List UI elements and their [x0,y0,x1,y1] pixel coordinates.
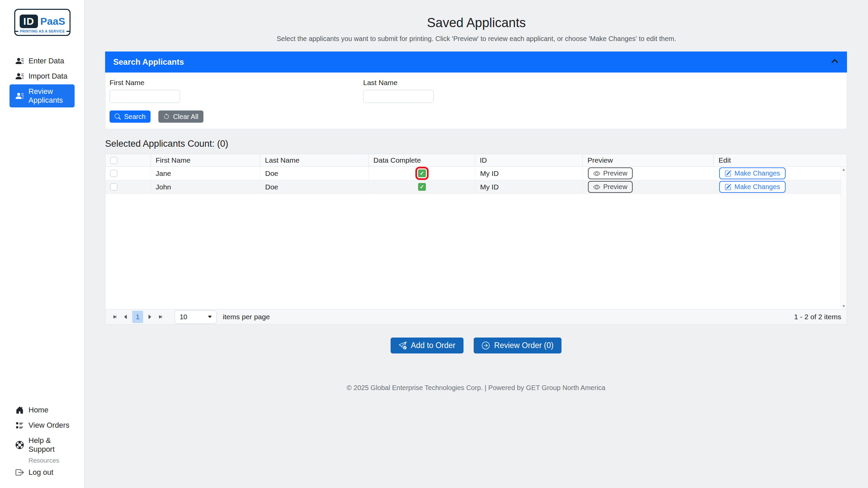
sidebar-item-label: Log out [28,468,53,477]
sidebar-item-label: View Orders [28,421,70,430]
sidebar-item-label: Help & Support [28,436,75,454]
sidebar-item-home[interactable]: Home [9,403,75,417]
eye-icon [593,184,600,190]
first-page-button[interactable] [110,311,120,323]
last-name-input[interactable] [363,90,434,103]
preview-button[interactable]: Preview [588,167,633,179]
copyright-footer: © 2025 Global Enterprise Technologies Co… [105,384,847,392]
person-lines-icon [16,92,24,100]
sidebar-item-help-support[interactable]: Help & Support [9,433,75,456]
table-body: Jane Doe ✓ My ID Preview Make Changes [105,167,847,309]
logo-tagline: PRINTING AS A SERVICE [14,29,71,33]
arrow-right-circle-icon [482,342,490,349]
last-page-icon [158,314,163,320]
search-panel-header[interactable]: Search Applicants [105,52,847,73]
data-complete-check-icon: ✓ [418,169,426,177]
pagination-bar: 1 10 items per page 1 - 2 of 2 items [105,309,847,324]
make-changes-button[interactable]: Make Changes [719,181,786,193]
logo-dash [14,31,18,32]
send-check-icon [399,342,407,349]
items-per-page-label: items per page [223,313,270,321]
applicants-table: First Name Last Name Data Complete ID Pr… [105,154,847,325]
sidebar-item-logout[interactable]: Log out [9,465,75,480]
add-to-order-button[interactable]: Add to Order [391,338,464,353]
page-size-value: 10 [180,313,187,321]
cell-last-name: Doe [260,180,369,194]
sidebar-item-review-applicants[interactable]: Review Applicants [9,84,75,107]
scroll-down-icon[interactable]: ▼ [842,304,846,308]
edit-icon [725,170,731,177]
search-icon [115,114,121,120]
cell-id: My ID [475,167,583,180]
next-page-button[interactable] [144,311,155,323]
row-checkbox[interactable] [110,183,117,190]
data-complete-check-icon: ✓ [418,183,426,191]
scroll-up-icon[interactable]: ▲ [842,168,846,171]
sidebar-bottom-nav: Home View Orders Help & Support Resource… [0,402,84,488]
sidebar-nav: Enter Data Import Data Review Applicants [0,53,84,108]
table-row: John Doe ✓ My ID Preview Make Changes [105,180,847,194]
column-header-id: ID [475,154,583,166]
sidebar: ID PaaS PRINTING AS A SERVICE Enter Data… [0,0,85,488]
previous-page-icon [123,314,129,320]
search-button[interactable]: Search [110,110,151,123]
page-subtitle: Select the applicants you want to submit… [85,35,868,43]
row-checkbox[interactable] [110,170,117,177]
sidebar-item-view-orders[interactable]: View Orders [9,418,75,432]
eye-icon [593,170,600,177]
page-size-select[interactable]: 10 [175,310,217,324]
cell-last-name: Doe [260,167,369,180]
last-page-button[interactable] [155,311,166,323]
next-page-icon [147,314,152,320]
previous-page-button[interactable] [120,311,131,323]
edit-icon [725,184,731,190]
person-lines-icon [16,72,24,80]
cell-first-name: John [151,180,260,194]
column-header-data-complete: Data Complete [369,154,475,166]
page-title: Saved Applicants [85,16,868,30]
sidebar-item-label: Enter Data [28,57,64,65]
clear-all-button[interactable]: Clear All [158,110,203,123]
sidebar-item-label: Import Data [28,72,67,81]
chevron-up-icon[interactable] [831,57,839,67]
page-number-1[interactable]: 1 [132,311,143,323]
sidebar-item-resources[interactable]: Resources [9,457,75,464]
make-changes-button[interactable]: Make Changes [719,167,786,179]
column-header-edit: Edit [714,154,841,166]
life-ring-icon [16,441,24,449]
sidebar-item-import-data[interactable]: Import Data [9,69,75,83]
table-scrollbar[interactable]: ▲ ▼ [841,167,847,309]
first-name-label: First Name [110,79,363,87]
first-page-icon [112,314,118,320]
logo-paas-text: PaaS [40,16,65,27]
orders-list-icon [16,421,24,429]
header-filler-cell [841,154,847,166]
preview-button[interactable]: Preview [588,181,633,193]
select-all-checkbox[interactable] [110,157,117,164]
logo-id-badge: ID [20,15,38,28]
main-content: Saved Applicants Select the applicants y… [85,0,868,488]
sidebar-item-label: Review Applicants [28,87,75,105]
items-range-label: 1 - 2 of 2 items [794,313,843,321]
search-panel: Search Applicants First Name Last Name [105,52,847,129]
person-lines-icon [16,57,24,65]
app-logo: ID PaaS PRINTING AS A SERVICE [14,9,71,36]
cell-first-name: Jane [151,167,260,180]
caret-down-icon [208,314,212,319]
search-panel-title: Search Applicants [113,57,184,67]
sidebar-item-label: Home [28,406,48,414]
review-order-button[interactable]: Review Order (0) [474,338,561,353]
first-name-input[interactable] [110,90,180,103]
column-header-first-name: First Name [151,154,260,166]
selected-count-heading: Selected Applicants Count: (0) [105,139,847,149]
table-header-row: First Name Last Name Data Complete ID Pr… [105,154,847,167]
column-header-preview: Preview [583,154,714,166]
reset-icon [163,114,170,120]
logo-dash [66,31,71,32]
logout-icon [16,468,24,476]
column-header-last-name: Last Name [260,154,369,166]
cell-id: My ID [475,180,583,194]
search-panel-body: First Name Last Name Search [105,73,847,129]
table-row: Jane Doe ✓ My ID Preview Make Changes [105,167,847,180]
sidebar-item-enter-data[interactable]: Enter Data [9,54,75,68]
